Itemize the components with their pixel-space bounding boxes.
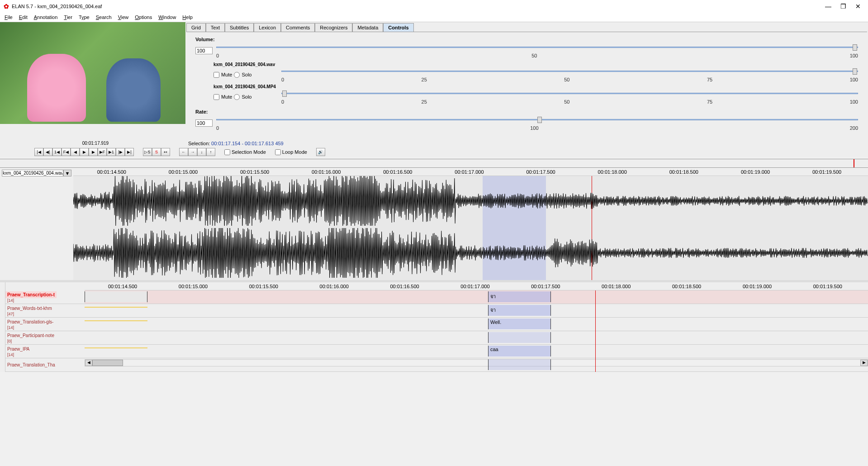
tier-label-row[interactable]: Praew_IPA[14]	[5, 345, 85, 358]
tab-subtitles[interactable]: Subtitles	[225, 23, 254, 32]
tier-name: Praew_Participant-note	[5, 332, 56, 339]
tier-time-ruler[interactable]: 00:01:14.500 00:01:15.000 00:01:15.500 0…	[85, 282, 868, 290]
media1-mute-checkbox[interactable]	[213, 72, 219, 78]
prev-pixel-button[interactable]: ◀	[71, 148, 80, 156]
tier-name: Praew_Translation-gls-	[5, 319, 55, 325]
tier-track-ipa[interactable]: caa	[85, 345, 868, 358]
waveform-dropdown-button[interactable]: ▼	[63, 170, 71, 176]
media2-label: kxm_004_20190426_004.MP4	[213, 84, 858, 89]
annotation-ipa[interactable]: caa	[488, 346, 551, 357]
rate-slider[interactable]	[216, 115, 858, 124]
tier-name: Praew_IPA	[5, 346, 31, 352]
selection-mode-checkbox[interactable]	[224, 149, 230, 155]
tier-name: Praew_Transcription-t	[5, 291, 57, 298]
tier-track-transcription[interactable]: จา	[85, 290, 868, 304]
tier-label-row[interactable]: Praew_Translation_Tha	[5, 358, 85, 372]
tab-bar: Grid Text Subtitles Lexicon Comments Rec…	[186, 23, 867, 32]
sel-up-button[interactable]: ↑	[206, 148, 215, 156]
next-frame-button[interactable]: ▶F	[98, 148, 107, 156]
timeline-overview[interactable]	[0, 159, 868, 168]
waveform-time-ruler[interactable]: 00:01:14.500 00:01:15.000 00:01:15.500 0…	[73, 168, 868, 176]
menu-view[interactable]: View	[115, 14, 132, 21]
tier-count: [14]	[5, 352, 31, 357]
tier-scrollbar[interactable]: ◀ ▶	[85, 359, 868, 366]
sel-left-button[interactable]: ←	[179, 148, 188, 156]
sel-right-button[interactable]: →	[188, 148, 197, 156]
rate-label: Rate:	[195, 109, 858, 114]
annotation-transcription[interactable]: จา	[488, 291, 551, 302]
tier-count: [14]	[5, 298, 57, 303]
menu-edit[interactable]: Edit	[16, 14, 30, 21]
maximize-button[interactable]: ❐	[840, 3, 846, 10]
titlebar: ✿ ELAN 5.7 - kxm_004_20190426_004.eaf — …	[0, 0, 868, 13]
prev-scroll-button[interactable]: ◀|	[43, 148, 52, 156]
tab-text[interactable]: Text	[206, 23, 225, 32]
menu-window[interactable]: Window	[156, 14, 179, 21]
menubar: File Edit Annotation Tier Type Search Vi…	[0, 13, 868, 22]
prev-sec-button[interactable]: 1◀	[52, 148, 62, 156]
tier-sidebar: Praew_Transcription-t[14]Praew_Words-txt…	[5, 282, 85, 372]
rate-value[interactable]: 100	[195, 119, 213, 127]
app-logo-icon: ✿	[4, 3, 9, 10]
tier-track-translation[interactable]: Well.	[85, 318, 868, 331]
minimize-button[interactable]: —	[825, 3, 831, 10]
volume-value[interactable]: 100	[195, 47, 213, 54]
tier-track-participant[interactable]	[85, 331, 868, 345]
loop-mode-checkbox[interactable]	[275, 149, 281, 155]
tab-controls[interactable]: Controls	[383, 23, 413, 32]
tier-name: Praew_Translation_Tha	[5, 361, 57, 368]
menu-help[interactable]: Help	[180, 14, 195, 21]
menu-search[interactable]: Search	[93, 14, 114, 21]
next-scroll-button[interactable]: |▶	[116, 148, 125, 156]
tab-metadata[interactable]: Metadata	[352, 23, 383, 32]
menu-options[interactable]: Options	[132, 14, 155, 21]
video-preview[interactable]	[0, 22, 185, 124]
tier-count: [14]	[5, 325, 55, 330]
tier-track-words[interactable]: จา	[85, 304, 868, 318]
menu-type[interactable]: Type	[76, 14, 92, 21]
media2-solo-radio[interactable]	[234, 94, 240, 100]
close-button[interactable]: ✕	[855, 3, 861, 10]
waveform-canvas[interactable]	[73, 176, 868, 280]
menu-annotation[interactable]: Annotation	[31, 14, 61, 21]
menu-tier[interactable]: Tier	[61, 14, 75, 21]
media1-slider[interactable]	[281, 67, 858, 76]
tab-lexicon[interactable]: Lexicon	[254, 23, 281, 32]
goto-begin-button[interactable]: |◀	[34, 148, 43, 156]
play-around-button[interactable]: S	[152, 148, 161, 156]
volume-slider[interactable]	[216, 43, 858, 52]
media2-mute-checkbox[interactable]	[213, 94, 219, 100]
annotation-words[interactable]: จา	[488, 305, 551, 316]
tab-comments[interactable]: Comments	[281, 23, 315, 32]
tier-count: [47]	[5, 312, 54, 316]
window-title: ELAN 5.7 - kxm_004_20190426_004.eaf	[12, 4, 825, 9]
sel-down-button[interactable]: ↓	[197, 148, 206, 156]
clear-selection-button[interactable]: ↤	[161, 148, 170, 156]
prev-frame-button[interactable]: F◀	[62, 148, 71, 156]
tier-label-row[interactable]: Praew_Translation-gls-[14]	[5, 318, 85, 331]
tab-recognizers[interactable]: Recognizers	[315, 23, 352, 32]
tier-label-row[interactable]: Praew_Participant-note[0]	[5, 331, 85, 345]
volume-label: Volume:	[195, 37, 858, 42]
tier-label-row[interactable]: Praew_Transcription-t[14]	[5, 290, 85, 304]
selection-label: Selection:	[188, 141, 210, 146]
next-sec-button[interactable]: ▶1	[107, 148, 116, 156]
tier-count: [0]	[5, 339, 56, 343]
tab-grid[interactable]: Grid	[186, 23, 206, 32]
media1-solo-radio[interactable]	[234, 72, 240, 78]
current-time: 00:01:17.919	[3, 141, 188, 146]
media1-label: kxm_004_20190426_004.wav	[213, 62, 858, 67]
tier-label-row[interactable]: Praew_Words-txt-khm[47]	[5, 304, 85, 318]
tier-name: Praew_Words-txt-khm	[5, 305, 54, 312]
goto-end-button[interactable]: ▶|	[125, 148, 134, 156]
media2-slider[interactable]	[281, 89, 858, 98]
annotation-translation[interactable]: Well.	[488, 319, 551, 329]
next-pixel-button[interactable]: ▶	[89, 148, 98, 156]
play-button[interactable]: ▶	[80, 148, 89, 156]
waveform-file-dropdown[interactable]	[2, 170, 63, 176]
speaker-icon[interactable]: 🔊	[316, 148, 325, 156]
play-selection-button[interactable]: ▷S	[143, 148, 152, 156]
selection-value: 00:01:17.154 - 00:01:17.613 459	[211, 141, 284, 146]
tier-collapse-handle[interactable]	[0, 282, 5, 372]
menu-file[interactable]: File	[2, 14, 15, 21]
